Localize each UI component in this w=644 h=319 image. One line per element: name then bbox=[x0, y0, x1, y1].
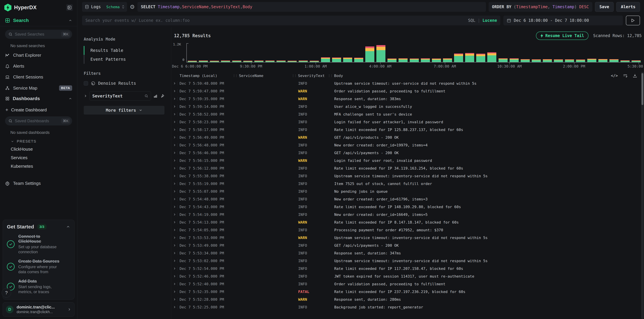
expand-row-icon[interactable] bbox=[173, 190, 177, 193]
drag-handle-icon[interactable]: ⋮⋮ bbox=[232, 74, 237, 77]
get-started-item[interactable]: Create Data SourcesConfigure where your … bbox=[7, 259, 70, 274]
download-icon[interactable] bbox=[632, 73, 637, 78]
pin-icon[interactable] bbox=[160, 94, 164, 98]
expand-row-icon[interactable] bbox=[173, 82, 177, 85]
column-header-body[interactable]: ⋮⋮ Body bbox=[328, 74, 629, 78]
bar-chart-icon[interactable] bbox=[153, 94, 158, 98]
severity-field-search[interactable]: SeverityText bbox=[90, 91, 151, 100]
log-row[interactable]: Dec 7 5:56:49.000 PMWARNGET /api/v1/prod… bbox=[171, 133, 644, 141]
column-header-servicename[interactable]: ⋮⋮ ServiceName bbox=[232, 74, 292, 78]
sidebar-item-team-settings[interactable]: Team Settings bbox=[0, 178, 77, 189]
expand-row-icon[interactable] bbox=[173, 290, 177, 293]
source-settings-gear-icon[interactable]: ⚙ bbox=[130, 3, 135, 10]
get-started-item[interactable]: Connect to ClickHouseSet up your databas… bbox=[7, 234, 70, 255]
lucene-mode-toggle[interactable]: Lucene bbox=[482, 18, 497, 23]
expand-row-icon[interactable] bbox=[173, 128, 177, 131]
column-header-timestamp[interactable]: Timestamp (Local) bbox=[173, 74, 232, 78]
saved-searches-pill[interactable]: ⌘K bbox=[5, 30, 72, 39]
expand-row-icon[interactable] bbox=[173, 228, 177, 232]
denoise-checkbox[interactable] bbox=[84, 81, 88, 85]
log-row[interactable]: Dec 7 5:59:35.000 PMWARNResponse sent, d… bbox=[171, 95, 644, 103]
log-row[interactable]: Dec 7 5:53:53.000 PMWARNUpstream service… bbox=[171, 234, 644, 242]
expand-row-icon[interactable] bbox=[173, 136, 177, 139]
chevron-right-icon[interactable] bbox=[84, 94, 87, 98]
expand-row-icon[interactable] bbox=[173, 244, 177, 247]
expand-row-icon[interactable] bbox=[173, 198, 177, 201]
expand-row-icon[interactable] bbox=[173, 167, 177, 170]
log-row[interactable]: Dec 7 5:56:15.000 PMWARNLogin failed for… bbox=[171, 157, 644, 164]
expand-row-icon[interactable] bbox=[173, 259, 177, 262]
expand-row-icon[interactable] bbox=[173, 221, 177, 224]
denoise-results-row[interactable]: Denoise Results bbox=[84, 81, 164, 86]
expand-row-icon[interactable] bbox=[173, 97, 177, 100]
sidebar-item-chart-explorer[interactable]: Chart Explorer bbox=[0, 50, 77, 61]
log-row[interactable]: Dec 7 5:52:40.000 PMINFOOrder validation… bbox=[171, 280, 644, 288]
expand-row-icon[interactable] bbox=[173, 252, 177, 255]
preset-item[interactable]: ClickHouse bbox=[0, 145, 77, 153]
expand-row-icon[interactable] bbox=[173, 90, 177, 93]
expand-row-icon[interactable] bbox=[173, 151, 177, 154]
chevron-up-icon[interactable] bbox=[66, 225, 70, 229]
preset-item[interactable]: Services bbox=[0, 153, 77, 162]
log-row[interactable]: Dec 7 5:58:17.000 PMINFORate limit excee… bbox=[171, 126, 644, 133]
results-histogram[interactable]: 1.2K 0 Dec 6 6:00:00 PM9:30:00 PM1:00:00… bbox=[171, 42, 642, 68]
more-filters-button[interactable]: More filters bbox=[84, 106, 164, 115]
user-menu[interactable]: D dominic.tran@clic... dominic.tran@clic… bbox=[3, 302, 74, 317]
resume-live-tail-button[interactable]: Resume Live Tail bbox=[536, 31, 588, 40]
order-by-editor[interactable]: ORDER BY (TimestampTime, Timestamp) DESC bbox=[488, 2, 592, 12]
log-row[interactable]: Dec 7 5:55:38.000 PMINFOUpstream service… bbox=[171, 172, 644, 180]
collapse-sidebar-icon[interactable] bbox=[66, 4, 73, 11]
log-row[interactable]: Dec 7 5:56:12.000 PMINFORate limit excee… bbox=[171, 164, 644, 172]
log-row[interactable]: Dec 7 5:52:54.000 PMINFORate limit excee… bbox=[171, 265, 644, 272]
log-row[interactable]: Dec 7 5:55:07.000 PMINFONo pending jobs … bbox=[171, 188, 644, 195]
log-row[interactable]: Dec 7 5:52:46.000 PMINFOJWT token expire… bbox=[171, 272, 644, 280]
expand-row-icon[interactable] bbox=[173, 113, 177, 116]
log-row[interactable]: Dec 7 5:56:48.000 PMINFONew order create… bbox=[171, 141, 644, 149]
expand-row-icon[interactable] bbox=[173, 298, 177, 301]
source-select[interactable]: Logs Schema bbox=[82, 2, 127, 12]
date-range-picker[interactable]: Dec 6 18:00:00 - Dec 7 18:00:00 bbox=[504, 15, 623, 25]
scrollbar-thumb[interactable] bbox=[642, 73, 643, 105]
column-header-severitytext[interactable]: ⋮⋮ SeverityText bbox=[292, 74, 328, 78]
log-row[interactable]: Dec 7 5:54:43.000 PMINFORate limit excee… bbox=[171, 203, 644, 211]
preset-item[interactable]: Kubernetes bbox=[0, 162, 77, 171]
log-row[interactable]: Dec 7 5:54:19.000 PMINFONew order create… bbox=[171, 211, 644, 218]
sidebar-section-dashboards[interactable]: Dashboards bbox=[0, 94, 77, 104]
drag-handle-icon[interactable]: ⋮⋮ bbox=[292, 74, 296, 77]
sql-select-editor[interactable]: SELECT Timestamp,ServiceName,SeverityTex… bbox=[138, 2, 486, 12]
expand-row-icon[interactable] bbox=[173, 306, 177, 309]
expand-row-icon[interactable] bbox=[173, 267, 177, 270]
sql-mode-toggle[interactable]: SQL bbox=[468, 18, 475, 23]
saved-dashboards-pill[interactable]: ⌘K bbox=[5, 116, 72, 125]
log-row[interactable]: Dec 7 5:59:14.000 PMINFOUser alice_w log… bbox=[171, 103, 644, 110]
sidebar-item-alerts[interactable]: Alerts bbox=[0, 61, 77, 72]
chart-plot[interactable] bbox=[186, 43, 641, 62]
expand-row-icon[interactable] bbox=[173, 236, 177, 239]
log-row[interactable]: Dec 7 5:52:35.000 PMFATALRate limit exce… bbox=[171, 288, 644, 296]
event-search-bar[interactable]: SQL | Lucene bbox=[82, 15, 500, 25]
view-source-icon[interactable]: </> bbox=[611, 73, 618, 78]
expand-row-icon[interactable] bbox=[173, 283, 177, 286]
expand-row-icon[interactable] bbox=[173, 105, 177, 108]
log-row[interactable]: Dec 7 5:53:49.000 PMINFOGET /api/v1/paym… bbox=[171, 242, 644, 249]
log-row[interactable]: Dec 7 5:53:02.000 PMINFOUpstream service… bbox=[171, 257, 644, 265]
log-row[interactable]: Dec 7 5:56:46.000 PMINFOGET /api/v1/paym… bbox=[171, 149, 644, 157]
save-button[interactable]: Save bbox=[595, 2, 614, 12]
saved-dashboards-input[interactable] bbox=[15, 119, 61, 123]
log-row[interactable]: Dec 7 5:58:52.000 PMINFOMFA challenge se… bbox=[171, 110, 644, 118]
expand-row-icon[interactable] bbox=[173, 174, 177, 177]
sidebar-item-service-map[interactable]: Service Map BETA bbox=[0, 82, 77, 94]
mode-event-patterns[interactable]: Event Patterns bbox=[84, 55, 164, 64]
drag-handle-icon[interactable]: ⋮⋮ bbox=[328, 74, 332, 77]
log-row[interactable]: Dec 7 5:53:34.000 PMINFOResponse sent, d… bbox=[171, 249, 644, 257]
log-row[interactable]: Dec 7 5:54:13.000 PMWARNRate limit excee… bbox=[171, 218, 644, 226]
log-row[interactable]: Dec 7 5:59:48.000 PMINFOUpstream service… bbox=[171, 79, 644, 87]
expand-row-icon[interactable] bbox=[173, 144, 177, 147]
log-row[interactable]: Dec 7 5:54:05.000 PMINFOProcessing payme… bbox=[171, 226, 644, 234]
help-button[interactable]: ? bbox=[2, 288, 11, 298]
table-scrollbar[interactable] bbox=[641, 72, 644, 319]
log-row[interactable]: Dec 7 5:58:23.000 PMINFOLogin failed for… bbox=[171, 118, 644, 126]
expand-row-icon[interactable] bbox=[173, 159, 177, 162]
wrap-lines-icon[interactable] bbox=[623, 73, 628, 78]
expand-row-icon[interactable] bbox=[173, 182, 177, 185]
